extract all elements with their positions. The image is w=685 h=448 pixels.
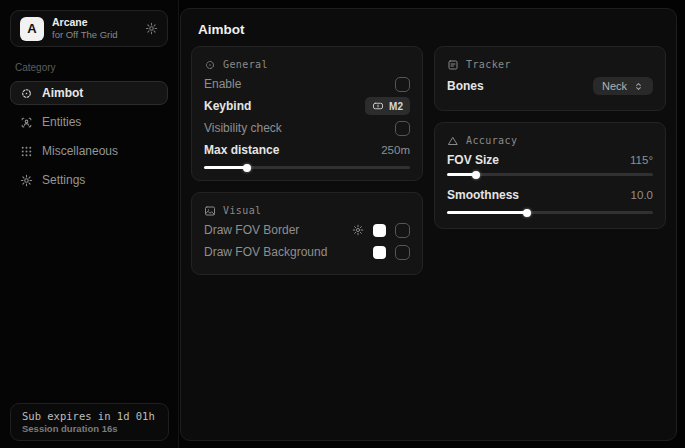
visibility-check-label: Visibility check (204, 121, 282, 135)
sidebar-item-settings[interactable]: Settings (10, 168, 168, 192)
sidebar-item-entities[interactable]: Entities (10, 110, 168, 134)
bones-row: Bones Neck (447, 73, 653, 99)
sidebar-item-aimbot[interactable]: Aimbot (10, 81, 168, 105)
panel-title: Accuracy (466, 135, 517, 146)
bones-select[interactable]: Neck (593, 77, 653, 95)
max-distance-value: 250m (381, 144, 410, 156)
accuracy-panel: Accuracy FOV Size 115° Smoothness 10.0 (434, 122, 666, 229)
general-panel: General Enable Keybind M2 Visi (191, 46, 423, 181)
draw-fov-background-row: Draw FOV Background (204, 241, 410, 263)
slider-thumb[interactable] (243, 164, 251, 172)
bones-selected-value: Neck (602, 80, 627, 92)
sidebar-item-label: Entities (42, 115, 81, 129)
sidebar-item-miscellaneous[interactable]: Miscellaneous (10, 139, 168, 163)
draw-fov-background-checkbox[interactable] (395, 245, 410, 260)
keybind-row: Keybind M2 (204, 95, 410, 117)
page-title: Aimbot (181, 9, 676, 46)
enable-label: Enable (204, 77, 241, 91)
slider-fill (447, 173, 476, 176)
draw-fov-background-label: Draw FOV Background (204, 245, 327, 259)
app-header-card: A Arcane for Off The Grid (10, 10, 168, 47)
fov-size-value: 115° (630, 154, 653, 166)
crosshair-icon (20, 87, 33, 100)
visibility-check-checkbox[interactable] (395, 121, 410, 136)
smoothness-label: Smoothness (447, 188, 519, 202)
slider-thumb[interactable] (523, 209, 531, 217)
fov-size-slider[interactable] (447, 173, 653, 176)
sidebar-item-label: Settings (42, 173, 85, 187)
account-gear-icon[interactable] (145, 22, 158, 35)
subscription-card: Sub expires in 1d 01h Session duration 1… (10, 403, 169, 441)
app-name: Arcane (52, 16, 137, 29)
smoothness-slider[interactable] (447, 211, 653, 214)
visual-panel-header: Visual (204, 202, 410, 219)
draw-fov-border-label: Draw FOV Border (204, 223, 299, 237)
draw-fov-border-checkbox[interactable] (395, 223, 410, 238)
gear-icon (20, 174, 33, 187)
sidebar-nav: Aimbot Entities Miscellaneous Settings (10, 81, 168, 192)
main-panel: Aimbot General Enable Keybind (180, 8, 677, 441)
sidebar-item-label: Miscellaneous (42, 144, 118, 158)
slider-thumb[interactable] (472, 171, 480, 179)
fov-size-label: FOV Size (447, 153, 499, 167)
keybind-label: Keybind (204, 99, 251, 113)
panel-title: Tracker (466, 59, 511, 70)
smoothness-row: Smoothness 10.0 (447, 184, 653, 206)
session-duration-text: Session duration 16s (22, 423, 157, 434)
category-label: Category (15, 62, 168, 73)
draw-fov-border-row: Draw FOV Border (204, 219, 410, 241)
fov-border-color-swatch[interactable] (373, 224, 386, 237)
app-logo: A (20, 17, 44, 41)
max-distance-slider[interactable] (204, 166, 410, 169)
visual-panel: Visual Draw FOV Border Draw FOV Backgrou… (191, 192, 423, 275)
app-subtitle: for Off The Grid (52, 29, 137, 41)
right-column: Tracker Bones Neck (434, 46, 666, 275)
image-icon (204, 205, 216, 217)
bones-label: Bones (447, 79, 484, 93)
crosshair-icon (204, 59, 216, 71)
left-column: General Enable Keybind M2 Visi (191, 46, 423, 275)
enable-row: Enable (204, 73, 410, 95)
fov-background-color-swatch[interactable] (373, 246, 386, 259)
tracker-panel-header: Tracker (447, 56, 653, 73)
max-distance-label: Max distance (204, 143, 279, 157)
draw-fov-background-controls (373, 245, 410, 260)
scan-person-icon (20, 116, 33, 129)
chevrons-up-down-icon (633, 81, 644, 92)
panel-title: General (223, 59, 268, 70)
max-distance-row: Max distance 250m (204, 139, 410, 161)
sub-expiry-text: Sub expires in 1d 01h (22, 410, 157, 422)
tracker-panel: Tracker Bones Neck (434, 46, 666, 111)
visibility-check-row: Visibility check (204, 117, 410, 139)
enable-checkbox[interactable] (395, 77, 410, 92)
keybind-value: M2 (389, 101, 403, 112)
draw-fov-border-controls (352, 223, 410, 238)
general-panel-header: General (204, 56, 410, 73)
content-area: General Enable Keybind M2 Visi (181, 46, 676, 275)
slider-fill (204, 166, 247, 169)
sidebar: A Arcane for Off The Grid Category Aimbo… (0, 0, 179, 448)
accuracy-panel-header: Accuracy (447, 132, 653, 149)
keybind-button[interactable]: M2 (365, 97, 410, 115)
grid-dots-icon (20, 145, 33, 158)
fov-border-settings-gear-icon[interactable] (352, 224, 364, 236)
triangle-icon (447, 135, 459, 147)
panel-title: Visual (223, 205, 262, 216)
smoothness-value: 10.0 (631, 189, 653, 201)
tracker-icon (447, 59, 459, 71)
app-meta: Arcane for Off The Grid (52, 16, 137, 41)
fov-size-row: FOV Size 115° (447, 149, 653, 171)
sidebar-item-label: Aimbot (42, 86, 83, 100)
mouse-icon (372, 100, 384, 112)
slider-fill (447, 211, 527, 214)
